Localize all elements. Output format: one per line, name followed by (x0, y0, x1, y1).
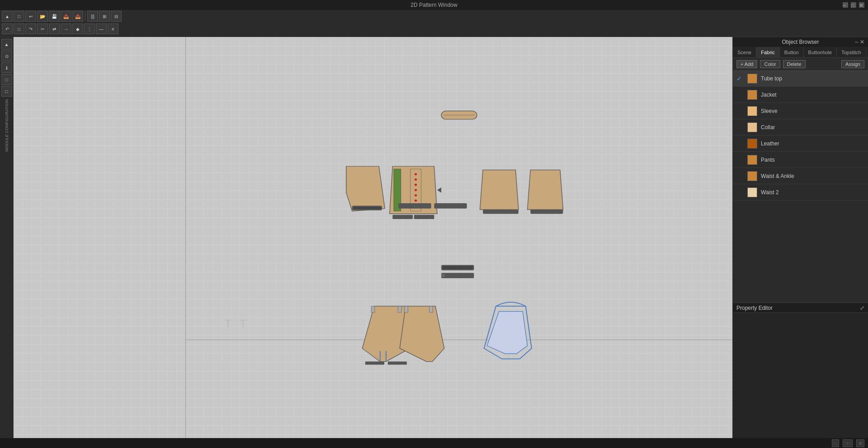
tool-export[interactable]: 📤 (72, 11, 83, 22)
fabric-name-sleeve: Sleeve (761, 108, 778, 114)
tool-grid2[interactable]: ⊟ (111, 11, 122, 22)
tool-stitch[interactable]: — (96, 23, 107, 34)
svg-marker-20 (528, 170, 563, 210)
pattern-area[interactable]: : (14, 37, 732, 438)
left-toolbar: ▲ ⊙ ℹ □ □ MODULE CONFIGURATION (0, 37, 14, 438)
window-controls[interactable]: – □ ✕ (843, 2, 864, 8)
fabric-name-collar: Collar (761, 124, 775, 131)
svg-text:T: T (239, 317, 246, 329)
ob-minimize-icon[interactable]: – (855, 39, 858, 45)
fabric-name-jacket: Jacket (761, 92, 777, 98)
fabric-swatch-waist-ankle (747, 171, 757, 181)
sep1 (85, 11, 85, 21)
tool-grid1[interactable]: ⊞ (99, 11, 110, 22)
svg-marker-18 (480, 170, 519, 210)
svg-rect-34 (365, 362, 384, 365)
minimize-btn[interactable]: – (843, 2, 848, 8)
jacket-back-right (528, 170, 563, 214)
tab-scene[interactable]: Scene (733, 47, 756, 57)
view-mode-2[interactable]: □□ (843, 439, 853, 447)
assign-btn[interactable]: Assign (841, 60, 864, 68)
tool-select[interactable]: ▲ (2, 11, 13, 22)
tool-seam[interactable]: ⋮ (84, 23, 95, 34)
delete-btn[interactable]: Delete (783, 60, 806, 68)
tool-mirror[interactable]: ⇄ (49, 23, 60, 34)
pattern-pieces-svg: : (14, 37, 732, 438)
tool-undo2[interactable]: ↶ (2, 23, 13, 34)
close-btn[interactable]: ✕ (859, 2, 864, 8)
tool-import[interactable]: 📥 (61, 11, 71, 22)
svg-rect-26 (443, 266, 473, 269)
fabric-name-pants: Pants (761, 157, 775, 163)
svg-rect-4 (354, 207, 381, 209)
tool-left-info[interactable]: ℹ (1, 62, 12, 73)
view-mode-3[interactable]: ⊞ (856, 439, 864, 447)
tool-left-layers[interactable]: □ (1, 74, 12, 85)
svg-rect-16 (392, 215, 413, 219)
svg-rect-24 (434, 203, 467, 209)
svg-marker-15 (437, 187, 441, 193)
tool-dash[interactable]: ≡ (108, 23, 118, 34)
svg-rect-38 (429, 306, 433, 313)
svg-marker-2 (346, 166, 385, 211)
fabric-item-pants[interactable]: Pants (733, 152, 868, 168)
tool-rect[interactable]: □ (14, 11, 24, 22)
svg-rect-21 (530, 210, 563, 214)
tool-cut[interactable]: ✂ (37, 23, 48, 34)
object-browser-title: Object Browser (782, 39, 819, 45)
top-toolbars: ▲ □ ↩ 📂 💾 📥 📤 ||| ⊞ ⊟ ↶ □ ↷ ✂ ⇄ → ◆ ⋮ — … (0, 10, 868, 37)
tool-left-stack[interactable]: □ (1, 86, 12, 97)
fabric-name-waist2: Waist 2 (761, 189, 779, 196)
fabric-item-waist2[interactable]: Waist 2 (733, 184, 868, 201)
svg-point-10 (415, 184, 417, 186)
tool-list[interactable]: ||| (87, 11, 98, 22)
svg-rect-19 (483, 210, 519, 214)
add-fabric-btn[interactable]: + Add (736, 60, 757, 68)
fabric-check-tube-top: ✓ (736, 75, 744, 82)
fabric-item-waist-ankle[interactable]: Waist & Ankle (733, 168, 868, 184)
fabric-item-jacket[interactable]: Jacket (733, 87, 868, 103)
tab-button[interactable]: Button (780, 47, 804, 57)
t-marks: T T (224, 317, 246, 329)
fabric-item-collar[interactable]: Collar (733, 119, 868, 135)
tab-fabric[interactable]: Fabric (756, 47, 780, 57)
tool-move[interactable]: → (61, 23, 71, 34)
fabric-swatch-tube-top (747, 74, 757, 84)
toolbar-row1: ▲ □ ↩ 📂 💾 📥 📤 ||| ⊞ ⊟ (0, 10, 868, 23)
status-bar: □ □□ ⊞ (0, 438, 868, 448)
property-editor: Property Editor ⤢ (733, 303, 868, 438)
fabric-item-sleeve[interactable]: Sleeve (733, 103, 868, 119)
tool-pin[interactable]: □ (14, 23, 24, 34)
svg-rect-35 (388, 362, 407, 365)
tool-left-select[interactable]: ▲ (1, 39, 12, 50)
tabs-row: Scene Fabric Button Buttonhole Topstitch (733, 47, 868, 58)
fabric-item-tube-top[interactable]: ✓ Tube top (733, 70, 868, 87)
title-bar: 2D Pattern Window – □ ✕ (0, 0, 868, 10)
restore-btn[interactable]: □ (851, 2, 856, 8)
tab-buttonhole[interactable]: Buttonhole (804, 47, 837, 57)
fabric-name-tube-top: Tube top (761, 75, 782, 82)
pe-expand-icon[interactable]: ⤢ (860, 305, 864, 311)
svg-point-9 (415, 178, 417, 181)
svg-rect-28 (441, 274, 445, 277)
tool-redo[interactable]: ↷ (25, 23, 36, 34)
tool-point[interactable]: ◆ (72, 23, 83, 34)
property-editor-title: Property Editor (736, 305, 773, 311)
tool-undo[interactable]: ↩ (25, 11, 36, 22)
svg-rect-30 (371, 306, 375, 313)
tool-open[interactable]: 📂 (37, 11, 48, 22)
fabric-item-leather[interactable]: Leather (733, 135, 868, 152)
tool-left-rotate[interactable]: ⊙ (1, 51, 12, 61)
assign-bar: + Add Color Delete Assign (733, 58, 868, 70)
view-mode-1[interactable]: □ (832, 439, 839, 447)
tab-topstitch[interactable]: Topstitch (837, 47, 866, 57)
ob-close-icon[interactable]: ✕ (860, 39, 864, 45)
waist-ankle-pieces (441, 265, 474, 278)
tool-save[interactable]: 💾 (49, 11, 60, 22)
svg-point-11 (415, 189, 417, 191)
jacket-front-center (390, 166, 441, 219)
color-btn[interactable]: Color (760, 60, 780, 68)
right-panel: Object Browser – ✕ Scene Fabric Button B… (732, 37, 868, 438)
fabric-swatch-pants (747, 155, 757, 165)
fabric-name-waist-ankle: Waist & Ankle (761, 173, 794, 179)
